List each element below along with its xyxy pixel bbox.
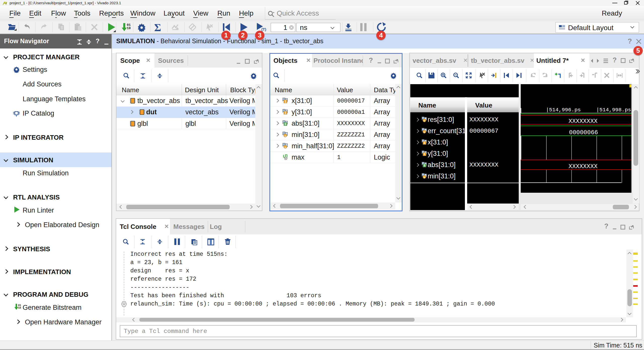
svg-text:10: 10 — [127, 26, 131, 30]
svg-text:(T): (T) — [261, 27, 266, 31]
svg-text:10: 10 — [18, 307, 21, 309]
